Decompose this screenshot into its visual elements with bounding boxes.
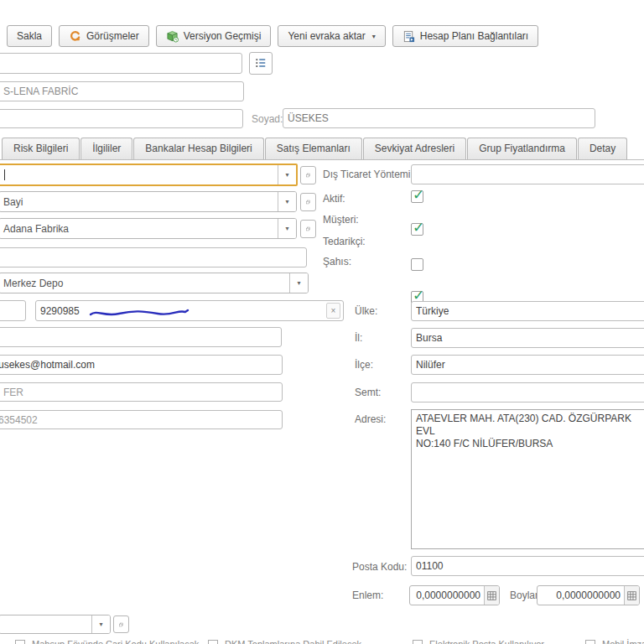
comment-icon — [69, 30, 81, 43]
numbered-list-button[interactable] — [249, 52, 273, 75]
bottom-combo-arrow-icon[interactable]: ▾ — [91, 615, 110, 633]
branch-combo-value: Adana Fabrika — [0, 219, 278, 238]
bottom-option2-checkbox[interactable] — [208, 640, 218, 644]
musteri-label: Müşteri: — [323, 214, 359, 226]
meetings-button[interactable]: Görüşmeler — [59, 25, 149, 47]
ilce-label: İlçe: — [355, 359, 373, 371]
tabstrip-divider — [0, 159, 644, 160]
phone-clear-button[interactable]: × — [326, 303, 340, 319]
code-input[interactable] — [0, 53, 242, 74]
tab-bankalar-hesap-bilgileri[interactable]: Bankalar Hesap Bilgileri — [133, 138, 263, 159]
email-input[interactable] — [0, 355, 283, 375]
save-button[interactable]: Sakla — [7, 25, 52, 47]
soyad-input[interactable] — [283, 108, 595, 128]
type-detail-button[interactable] — [300, 193, 316, 211]
semt-label: Semt: — [355, 387, 381, 398]
chevron-down-icon: ▾ — [372, 33, 376, 40]
bottom-option3-label: Elektronik Posta Kullanılıyor — [429, 639, 544, 644]
tab-grup-fiyatlandirma[interactable]: Grup Fiyatlandırma — [467, 138, 577, 159]
ilce-input[interactable] — [411, 355, 644, 375]
account-plan-links-button-label: Hesap Planı Bağlantıları — [420, 30, 528, 42]
soyad-label: Soyad: — [252, 113, 283, 125]
warehouse-combo[interactable]: Merkez Depo ▾ — [0, 273, 309, 293]
musteri-checkbox[interactable]: ✓ — [411, 223, 423, 236]
il-label: İl: — [355, 332, 362, 344]
phone2-input[interactable] — [0, 410, 283, 429]
boylam-value: 0,0000000000 — [538, 586, 624, 605]
bottom-combo[interactable]: ▾ — [0, 615, 111, 634]
boylam-input[interactable]: 0,0000000000 — [537, 585, 640, 605]
grid-icon — [627, 591, 636, 600]
check-icon: ✓ — [413, 219, 424, 236]
semt-input[interactable] — [411, 382, 644, 402]
warehouse-combo-value: Merkez Depo — [0, 273, 289, 293]
dis-ticaret-label: Dış Ticaret Yöntemi: — [323, 169, 413, 180]
firstname-input[interactable] — [0, 109, 243, 128]
adres-textarea[interactable]: ATAEVLER MAH. ATA(230) CAD. ÖZGÜRPARK EV… — [411, 409, 644, 549]
branch-combo-arrow-icon[interactable]: ▾ — [278, 219, 296, 238]
group-combo-arrow-icon[interactable]: ▾ — [278, 165, 296, 184]
numbered-list-icon — [255, 57, 267, 70]
aktif-checkbox[interactable]: ✓ — [411, 190, 423, 203]
bottom-option4-checkbox[interactable] — [585, 640, 595, 644]
type-combo-value: Bayi — [0, 192, 278, 211]
branch-detail-button[interactable] — [300, 220, 316, 238]
branch-combo[interactable]: Adana Fabrika ▾ — [0, 218, 297, 239]
code-small-input[interactable] — [0, 300, 26, 321]
grid-icon — [487, 591, 496, 600]
tab-detay[interactable]: Detay — [578, 138, 627, 159]
version-cube-icon — [166, 30, 179, 43]
tedarikci-label: Tedarikçi: — [323, 236, 366, 247]
district-old-input[interactable] — [0, 382, 283, 402]
field7-input[interactable] — [0, 327, 282, 347]
version-history-button[interactable]: Versiyon Geçmişi — [156, 25, 272, 47]
warehouse-combo-arrow-icon[interactable]: ▾ — [289, 273, 308, 293]
phone-input-value: 9290985 — [36, 301, 326, 320]
account-plan-links-button[interactable]: Hesap Planı Bağlantıları — [392, 25, 538, 47]
check-icon: ✓ — [413, 186, 424, 204]
bottom-option2-label: DKM Toplamlarına Dahil Edilecek — [225, 639, 361, 644]
phone-input-wrap[interactable]: 9290985 × — [35, 300, 344, 321]
type-combo-arrow-icon[interactable]: ▾ — [278, 192, 296, 211]
bottom-detail-button[interactable] — [113, 615, 129, 633]
tab-strip: Risk Bilgileri İlgililer Bankalar Hesap … — [2, 138, 628, 159]
dis-ticaret-input[interactable] — [411, 164, 644, 184]
bottom-combo-value — [0, 615, 91, 633]
title-input[interactable] — [0, 81, 244, 101]
meetings-button-label: Görüşmeler — [86, 30, 139, 42]
tab-ilgililer[interactable]: İlgililer — [80, 138, 132, 159]
field4-input[interactable] — [0, 247, 307, 267]
group-combo[interactable]: ▾ — [0, 164, 298, 186]
adres-label: Adresi: — [355, 413, 386, 425]
clear-x-icon: × — [331, 306, 336, 315]
save-button-label: Sakla — [17, 30, 42, 42]
bottom-option4-label: Mobil İmzalı olarak Muhasebeleştir — [602, 639, 644, 644]
bottom-option1-label: Mahsup Föyünde Cari Kodu Kullanılacak — [32, 639, 199, 644]
il-input[interactable] — [411, 328, 644, 348]
sahis-label: Şahıs: — [323, 256, 351, 267]
posta-kodu-input[interactable] — [411, 556, 644, 576]
group-combo-value — [0, 165, 278, 184]
type-combo[interactable]: Bayi ▾ — [0, 191, 297, 212]
toolbar: Sakla Görüşmeler Versiyon Geçmişi Yeni e… — [7, 25, 538, 48]
ulke-input[interactable] — [411, 301, 644, 321]
account-plan-icon — [402, 30, 415, 43]
enlem-value: 0,0000000000 — [410, 586, 484, 605]
tedarikci-checkbox[interactable] — [411, 258, 423, 271]
version-history-button-label: Versiyon Geçmişi — [184, 30, 262, 42]
enlem-picker-button[interactable] — [484, 586, 499, 605]
bottom-option3-checkbox[interactable] — [413, 640, 423, 644]
tab-sevkiyat-adresleri[interactable]: Sevkiyat Adresleri — [363, 138, 466, 159]
ulke-label: Ülke: — [355, 305, 377, 317]
transfer-to-document-button[interactable]: Yeni evraka aktar ▾ — [278, 25, 385, 47]
erp-customer-form: { "toolbar": { "save": "Sakla", "meeting… — [0, 0, 644, 644]
enlem-label: Enlem: — [352, 589, 383, 601]
bottom-option1-checkbox[interactable] — [15, 640, 25, 644]
enlem-input[interactable]: 0,0000000000 — [409, 585, 500, 605]
posta-kodu-label: Posta Kodu: — [352, 561, 407, 573]
group-detail-button[interactable] — [300, 166, 316, 184]
tab-risk-bilgileri[interactable]: Risk Bilgileri — [2, 138, 80, 159]
tab-satis-elemanlari[interactable]: Satış Elemanları — [265, 138, 362, 159]
text-caret — [4, 169, 5, 180]
boylam-picker-button[interactable] — [624, 586, 639, 605]
